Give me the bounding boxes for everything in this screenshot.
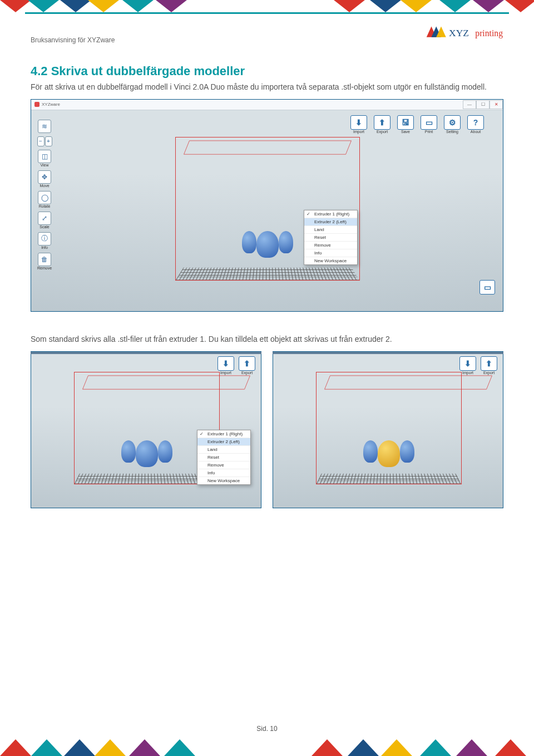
mid-paragraph: Som standard skrivs alla .stl-filer ut f…	[31, 334, 503, 345]
app-icon	[34, 102, 39, 107]
build-plate-grid	[176, 268, 359, 280]
intro-paragraph: För att skriva ut en dubbelfärgad modell…	[31, 82, 503, 92]
menu-item-land[interactable]: Land	[197, 445, 250, 453]
top-tool-Print[interactable]: ▭Print	[418, 115, 439, 134]
context-menu[interactable]: Extruder 1 (Right)Extruder 2 (Left)LandR…	[304, 210, 358, 265]
model-group-blue-small[interactable]	[121, 440, 172, 467]
menu-item-remove[interactable]: Remove	[197, 461, 250, 469]
top-tool-Save[interactable]: 🖫Save	[395, 115, 416, 134]
left-tool-Rotate[interactable]: ◯Rotate	[37, 191, 52, 208]
maximize-icon[interactable]: ☐	[476, 100, 490, 109]
screenshot-right: ⬇Import⬆Export	[273, 351, 503, 508]
screenshot-pair: ⬇Import⬆Export Extruder 1 (Right)Extrude…	[31, 351, 503, 508]
page-header: Bruksanvisning för XYZware XYZ printing	[0, 14, 534, 47]
window-titlebar: XYZware — ☐ ✕	[31, 100, 503, 110]
menu-item-remove[interactable]: Remove	[304, 241, 357, 249]
menu-item-info[interactable]: Info	[304, 249, 357, 257]
build-volume-right	[316, 365, 461, 488]
section-heading: 4.2 Skriva ut dubbelfärgade modeller	[31, 64, 503, 78]
menu-item-extruder-2-(left)[interactable]: Extruder 2 (Left)	[197, 438, 250, 445]
menu-item-new-workspace[interactable]: New Workspace	[304, 257, 357, 264]
minimize-icon[interactable]: —	[463, 100, 476, 109]
screenshot-left: ⬇Import⬆Export Extruder 1 (Right)Extrude…	[31, 351, 261, 508]
xyzprinting-logo: XYZ printing	[426, 21, 503, 44]
top-tool-Export[interactable]: ⬆Export	[479, 356, 498, 375]
page-number: Sid. 10	[0, 725, 534, 733]
left-tool-Scale[interactable]: ⤢Scale	[37, 212, 52, 229]
model-group-blue[interactable]	[242, 231, 293, 258]
top-toolbar-left: ⬇Import⬆Export	[216, 356, 256, 375]
screenshot-xyzware-main: XYZware — ☐ ✕ ≋−+◫View✥Move◯Rotate⤢Scale…	[31, 99, 503, 312]
top-toolbar-right: ⬇Import⬆Export	[458, 356, 498, 375]
top-tool-Export[interactable]: ⬆Export	[372, 115, 393, 134]
model-group-mixed[interactable]	[363, 440, 414, 467]
context-menu-left[interactable]: Extruder 1 (Right)Extruder 2 (Left)LandR…	[197, 430, 251, 485]
window-controls: — ☐ ✕	[463, 100, 503, 109]
close-icon[interactable]: ✕	[490, 100, 503, 109]
menu-item-extruder-2-(left)[interactable]: Extruder 2 (Left)	[304, 218, 357, 225]
left-tool-View[interactable]: ◫View	[37, 150, 52, 167]
menu-item-extruder-1-(right)[interactable]: Extruder 1 (Right)	[304, 210, 357, 218]
svg-text:XYZ: XYZ	[449, 27, 469, 38]
left-tool-Move[interactable]: ✥Move	[37, 170, 52, 188]
left-tool-≋[interactable]: ≋	[37, 120, 52, 133]
window-title: XYZware	[42, 102, 60, 107]
menu-item-land[interactable]: Land	[304, 225, 357, 233]
menu-item-extruder-1-(right)[interactable]: Extruder 1 (Right)	[197, 430, 250, 438]
menu-item-reset[interactable]: Reset	[197, 453, 250, 461]
left-tool-Info[interactable]: ⓘInfo	[37, 232, 52, 249]
menu-item-info[interactable]: Info	[197, 469, 250, 477]
view-reset-button[interactable]: ▭	[479, 280, 495, 294]
left-tool-Remove[interactable]: 🗑Remove	[37, 253, 52, 270]
decorative-triangle-border-top	[0, 0, 534, 12]
left-tool-pair[interactable]: −+	[37, 136, 52, 146]
doc-reference: Bruksanvisning för XYZware	[31, 36, 115, 44]
top-tool-Setting[interactable]: ⚙Setting	[442, 115, 463, 134]
svg-text:printing: printing	[475, 28, 503, 38]
menu-item-reset[interactable]: Reset	[304, 233, 357, 241]
top-tool-Export[interactable]: ⬆Export	[238, 356, 256, 375]
top-toolbar: ⬇Import⬆Export🖫Save▭Print⚙Setting?About	[348, 115, 486, 134]
menu-item-new-workspace[interactable]: New Workspace	[197, 477, 250, 484]
left-toolbar: ≋−+◫View✥Move◯Rotate⤢ScaleⓘInfo🗑Remove	[37, 120, 52, 270]
decorative-triangle-border-bottom	[0, 739, 534, 756]
top-tool-About[interactable]: ?About	[465, 115, 486, 134]
